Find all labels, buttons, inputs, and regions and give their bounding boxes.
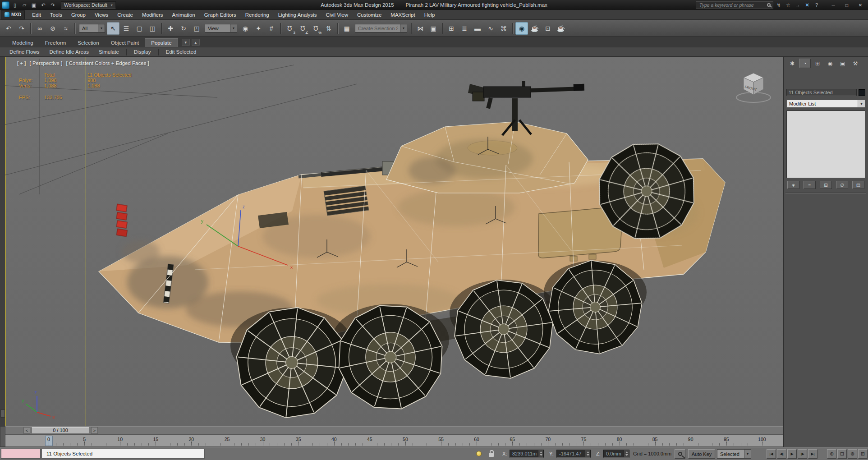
menu-create[interactable]: Create [113,11,138,19]
create-tab[interactable]: ✱ [786,59,798,68]
set-keys-button[interactable] [675,449,685,459]
ribbon-tab-freeform[interactable]: Freeform [39,39,72,47]
select-and-manipulate-icon[interactable]: ✦ [252,22,265,35]
menu-maxscript[interactable]: MAXScript [386,11,419,19]
remove-modifier-button[interactable]: ∅ [836,181,848,189]
new-file-icon[interactable]: ▯ [10,1,19,9]
menu-civil-view[interactable]: Civil View [321,11,353,19]
auto-key-button[interactable]: Auto Key [688,449,715,459]
keyboard-shortcut-override-icon[interactable]: # [265,22,278,35]
menu-rendering[interactable]: Rendering [241,11,274,19]
toggle-ribbon-icon[interactable]: ▬ [471,22,484,35]
x-spinner[interactable] [538,450,543,457]
menu-group[interactable]: Group [67,11,90,19]
simulate-button[interactable]: Simulate [94,48,124,55]
help-icon[interactable]: ? [812,1,821,9]
save-file-icon[interactable]: ▣ [29,1,38,9]
viewport-pov-menu[interactable]: [ Perspective ] [30,60,63,66]
select-and-move-icon[interactable]: ✚ [164,22,177,35]
unlink-selection-icon[interactable]: ⊘ [46,22,59,35]
z-spinner[interactable] [624,450,629,457]
time-slider[interactable]: < 0 / 100 > [5,426,783,435]
reference-coordinate-system-dropdown[interactable]: View▾ [205,24,237,32]
redo-icon[interactable]: ↷ [15,22,28,35]
use-pivot-point-center-icon[interactable]: ◉ [239,22,252,35]
workspace-tab-mxd[interactable]: MXD [1,10,25,19]
edit-selected-button[interactable]: Edit Selected [161,48,202,55]
undo-icon[interactable]: ↶ [2,22,15,35]
object-color-swatch[interactable] [859,89,865,96]
select-and-link-icon[interactable]: ∞ [33,22,46,35]
modify-tab[interactable]: ◔ [799,59,811,68]
menu-animation[interactable]: Animation [168,11,200,19]
favorites-icon[interactable]: ☆ [784,1,793,9]
menu-modifiers[interactable]: Modifiers [138,11,168,19]
menu-lighting-analysis[interactable]: Lighting Analysis [274,11,321,19]
ribbon-tab-object-paint[interactable]: Object Paint [105,39,145,47]
undo-icon[interactable]: ↶ [39,1,48,9]
configure-modifier-sets-button[interactable]: ▤ [852,181,864,189]
window-crossing-toggle-icon[interactable]: ◫ [146,22,159,35]
sign-in-icon[interactable]: → [793,1,802,9]
schematic-view-icon[interactable]: ⌘ [497,22,510,35]
previous-frame-arrow[interactable]: < [23,427,30,434]
display-button[interactable]: Display [129,48,156,55]
modifier-list-dropdown[interactable]: Modifier List ▾ [786,100,865,108]
left-strip-button[interactable] [0,409,5,418]
menu-views[interactable]: Views [90,11,113,19]
communication-center-icon[interactable]: ↯ [774,1,783,9]
render-setup-icon[interactable]: ☕ [528,22,541,35]
bind-to-space-warp-icon[interactable]: ≈ [60,22,72,35]
y-coordinate-field[interactable]: -16471.47 [556,450,591,458]
app-logo-icon[interactable] [2,1,9,9]
ribbon-tab-selection[interactable]: Selection [72,39,105,47]
make-unique-button[interactable]: ⊞ [820,181,832,189]
track-bar[interactable]: 0510152025303540455055606570758085909510… [5,435,783,447]
menu-customize[interactable]: Customize [353,11,386,19]
maximize-viewport-toggle-icon[interactable]: ⊞ [858,449,868,459]
selection-filter-dropdown[interactable]: All▾ [79,24,105,32]
maximize-button[interactable]: □ [840,0,854,9]
toggle-scene-explorer-icon[interactable]: ⊞ [445,22,458,35]
viewport-perspective[interactable]: x y z z x y [ + ][ Perspective ][ Consis… [5,57,783,426]
menu-tools[interactable]: Tools [46,11,67,19]
key-filter-dropdown[interactable]: Selected ▾ [717,449,751,459]
select-and-scale-icon[interactable]: ◰ [190,22,203,35]
play-animation-button[interactable]: ▶ [787,449,797,459]
viewport-shading-menu[interactable]: [ Consistent Colors + Edged Faces ] [66,60,149,66]
go-to-end-button[interactable]: ▶| [808,449,817,459]
modifier-stack[interactable] [786,110,865,178]
show-end-result-button[interactable]: ≡ [804,181,816,189]
menu-graph-editors[interactable]: Graph Editors [200,11,241,19]
viewcube[interactable]: FRONT [733,68,774,106]
angle-snap-toggle-icon[interactable]: Ω∠ [296,22,309,35]
toggle-layer-explorer-icon[interactable]: ≣ [458,22,471,35]
select-by-name-icon[interactable]: ☰ [120,22,133,35]
maxscript-mini-listener[interactable] [1,449,41,459]
adaptive-degradation-icon[interactable] [476,451,482,456]
edit-named-selection-sets-icon[interactable]: ▦ [340,22,353,35]
align-icon[interactable]: ▣ [427,22,440,35]
previous-frame-button[interactable]: ◀| [777,449,786,459]
exchange-apps-icon[interactable]: ✕ [803,1,812,9]
selection-lock-icon[interactable] [489,453,494,457]
mini-curve-editor-button[interactable] [0,426,5,447]
minimize-button[interactable]: ─ [827,0,840,9]
x-coordinate-field[interactable]: 8239.011m [510,450,544,458]
define-flows-button[interactable]: Define Flows [5,48,44,55]
open-file-icon[interactable]: ▱ [20,1,29,9]
select-object-icon[interactable]: ↖ [107,22,119,35]
ribbon-tab-modeling[interactable]: Modeling [6,39,39,47]
close-button[interactable]: ✕ [854,0,867,9]
hierarchy-tab[interactable]: ⊞ [812,59,823,68]
redo-icon[interactable]: ↷ [48,1,57,9]
zoom-icon[interactable]: ⊕ [827,449,836,459]
menu-help[interactable]: Help [420,11,440,19]
rectangular-selection-region-icon[interactable]: ▢ [133,22,146,35]
workspace-dropdown[interactable]: Workspace: Default ▾ [61,1,116,9]
pin-stack-button[interactable]: ∗ [787,181,799,189]
zoom-extents-icon[interactable]: ⊡ [837,449,847,459]
go-to-start-button[interactable]: |◀ [767,449,776,459]
display-tab[interactable]: ▣ [837,59,849,68]
selected-flag-object[interactable] [113,204,131,237]
